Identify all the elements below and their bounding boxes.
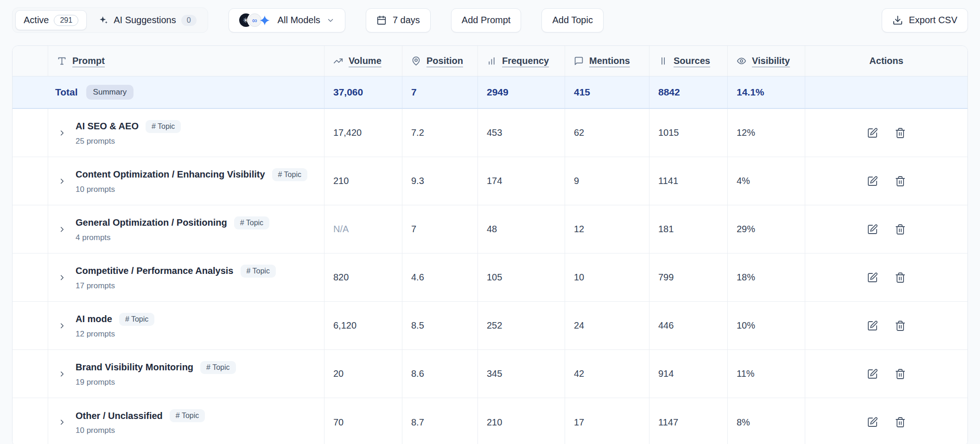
prompt-cell: AI mode # Topic 12 prompts — [48, 302, 324, 349]
column-header-visibility[interactable]: Visibility — [727, 46, 805, 76]
models-dropdown-button[interactable]: ✳ ∞ All Models — [229, 8, 345, 32]
mentions-value: 12 — [565, 205, 649, 253]
prompt-count: 10 prompts — [76, 185, 307, 194]
active-count-badge: 291 — [54, 15, 78, 26]
visibility-value: 10% — [727, 302, 805, 349]
delete-button[interactable] — [893, 222, 907, 236]
visibility-value: 29% — [727, 205, 805, 253]
topic-name: General Optimization / Positioning — [76, 217, 227, 228]
expand-row-button[interactable] — [56, 223, 68, 235]
tab-ai-suggestions[interactable]: AI Suggestions 0 — [90, 10, 204, 30]
prompt-cell: Content Optimization / Enhancing Visibil… — [48, 157, 324, 205]
delete-button[interactable] — [893, 367, 907, 381]
row-actions — [805, 254, 967, 301]
add-prompt-label: Add Prompt — [462, 15, 511, 25]
edit-icon — [867, 272, 878, 283]
model-logos: ✳ ∞ — [239, 13, 271, 27]
topic-badge: # Topic — [119, 313, 154, 326]
column-header-frequency[interactable]: Frequency — [477, 46, 565, 76]
expand-row-button[interactable] — [56, 175, 68, 187]
table-row: AI mode # Topic 12 prompts 6,120 8.5 252… — [13, 302, 967, 350]
calendar-icon — [376, 15, 387, 25]
trash-icon — [895, 224, 906, 235]
header-spacer-cell — [13, 46, 48, 76]
tab-active-label: Active — [24, 15, 49, 25]
row-spacer-cell — [13, 205, 48, 253]
expand-row-button[interactable] — [56, 272, 68, 284]
export-csv-button[interactable]: Export CSV — [882, 8, 968, 32]
column-label-mentions: Mentions — [589, 56, 630, 66]
edit-button[interactable] — [865, 367, 879, 381]
chevron-right-icon — [58, 177, 66, 185]
sources-value: 1147 — [649, 398, 727, 444]
frequency-value: 345 — [477, 350, 565, 398]
download-icon — [892, 15, 903, 25]
chevron-right-icon — [58, 129, 66, 137]
delete-button[interactable] — [893, 415, 907, 429]
chevron-right-icon — [58, 273, 66, 282]
table-row: Brand Visibility Monitoring # Topic 19 p… — [13, 350, 967, 398]
expand-row-button[interactable] — [56, 320, 68, 332]
table-row: Competitive / Performance Analysis # Top… — [13, 254, 967, 302]
total-label-cell: Total Summary — [13, 76, 324, 108]
export-csv-label: Export CSV — [909, 15, 957, 25]
trash-icon — [895, 320, 906, 331]
delete-button[interactable] — [893, 126, 907, 140]
date-range-button[interactable]: 7 days — [366, 8, 431, 32]
delete-button[interactable] — [893, 174, 907, 188]
frequency-value: 453 — [477, 109, 565, 157]
chevron-right-icon — [58, 225, 66, 234]
expand-row-button[interactable] — [56, 127, 68, 139]
table-row: Other / Unclassified # Topic 10 prompts … — [13, 398, 967, 444]
column-header-position[interactable]: Position — [402, 46, 477, 76]
row-actions — [805, 302, 967, 349]
mentions-value: 62 — [565, 109, 649, 157]
position-value: 7 — [402, 205, 477, 253]
add-topic-button[interactable]: Add Topic — [541, 8, 603, 32]
delete-button[interactable] — [893, 319, 907, 333]
add-prompt-button[interactable]: Add Prompt — [451, 8, 522, 32]
position-value: 8.5 — [402, 302, 477, 349]
position-value: 9.3 — [402, 157, 477, 205]
expand-row-button[interactable] — [56, 416, 68, 428]
edit-button[interactable] — [865, 319, 879, 333]
bar-chart-icon — [487, 56, 496, 66]
chevron-down-icon — [326, 16, 335, 25]
mentions-value: 24 — [565, 302, 649, 349]
edit-button[interactable] — [865, 415, 879, 429]
position-value: 8.6 — [402, 350, 477, 398]
models-dropdown-label: All Models — [278, 15, 320, 25]
trash-icon — [895, 368, 906, 380]
total-label: Total — [55, 87, 78, 98]
tab-active[interactable]: Active 291 — [15, 10, 87, 30]
total-actions-cell — [805, 76, 967, 108]
trash-icon — [895, 127, 906, 139]
column-label-prompt: Prompt — [72, 56, 105, 66]
frequency-value: 210 — [477, 398, 565, 444]
column-header-sources[interactable]: Sources — [649, 46, 727, 76]
table-row: Content Optimization / Enhancing Visibil… — [13, 157, 967, 205]
edit-button[interactable] — [865, 271, 879, 285]
date-range-label: 7 days — [393, 15, 420, 25]
expand-row-button[interactable] — [56, 368, 68, 380]
total-frequency: 2949 — [477, 76, 565, 108]
column-header-volume[interactable]: Volume — [324, 46, 402, 76]
mentions-value: 42 — [565, 350, 649, 398]
edit-button[interactable] — [865, 222, 879, 236]
sources-icon — [658, 56, 668, 66]
prompt-count: 10 prompts — [76, 426, 205, 435]
column-header-prompt[interactable]: Prompt — [48, 46, 324, 76]
row-actions — [805, 205, 967, 253]
edit-button[interactable] — [865, 174, 879, 188]
table-header: Prompt Volume Position Frequency Mention… — [13, 46, 967, 76]
prompt-info: Brand Visibility Monitoring # Topic 19 p… — [76, 361, 236, 387]
table-row: AI SEO & AEO # Topic 25 prompts 17,420 7… — [13, 109, 967, 157]
row-actions — [805, 398, 967, 444]
prompt-info: AI SEO & AEO # Topic 25 prompts — [76, 120, 181, 146]
edit-button[interactable] — [865, 126, 879, 140]
delete-button[interactable] — [893, 271, 907, 285]
column-header-mentions[interactable]: Mentions — [565, 46, 649, 76]
topic-name: AI SEO & AEO — [76, 121, 139, 132]
add-topic-label: Add Topic — [552, 15, 592, 25]
row-spacer-cell — [13, 302, 48, 349]
